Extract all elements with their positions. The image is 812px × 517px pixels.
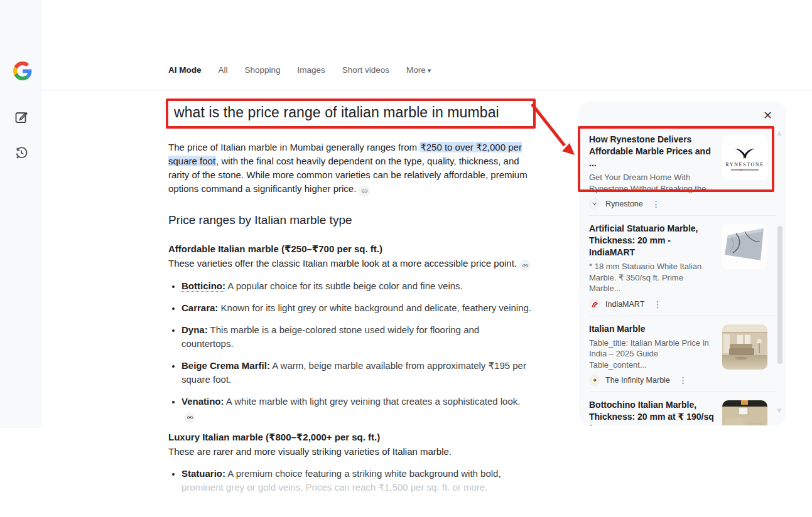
query-title: what is the price range of italian marbl… <box>166 99 536 129</box>
sidebar <box>0 0 42 428</box>
tab-more-label: More <box>406 65 426 75</box>
source-card-bottochino[interactable]: Bottochino Italian Marble, Thickness: 20… <box>579 392 786 425</box>
card-title: Italian Marble <box>589 323 715 335</box>
affordable-bullet-list: Botticino: A popular choice for its subt… <box>168 279 533 424</box>
list-item: Venatino: A white marble with light grey… <box>181 395 533 424</box>
citation-link-icon[interactable] <box>184 412 195 424</box>
thumbnail-brand-text: RYNESTONE <box>725 162 764 168</box>
card-title: Artificial Statuario Marble, Thickness: … <box>589 223 715 258</box>
intro-text-pre: The price of Italian marble in Mumbai ge… <box>168 142 420 152</box>
infinity-marble-favicon-icon <box>589 375 600 386</box>
scrollbar-thumb[interactable] <box>777 226 782 364</box>
source-cards-list: How Rynestone Delivers Affordable Marble… <box>579 127 786 425</box>
affordable-subheading: Affordable Italian marble (₹250–₹700 per… <box>168 243 536 255</box>
term-botticino[interactable]: Botticino: <box>181 280 225 292</box>
scroll-down-icon[interactable]: ▼ <box>776 407 783 414</box>
term-carrara: Carrara: <box>181 302 218 313</box>
scroll-up-icon[interactable]: ▲ <box>776 129 783 137</box>
thumbnail-tagline-bar <box>731 169 759 171</box>
section-heading: Price ranges by Italian marble type <box>168 213 536 227</box>
card-text: Artificial Statuario Marble, Thickness: … <box>589 223 715 310</box>
annotation-arrow <box>528 100 582 161</box>
sources-panel: ✕ How Rynestone Delivers Affordable Marb… <box>579 102 786 425</box>
tab-all[interactable]: All <box>219 65 228 75</box>
bullet-text: A premium choice featuring a striking wh… <box>227 468 501 479</box>
more-options-icon[interactable]: ⋮ <box>653 299 662 309</box>
source-card-rynestone[interactable]: How Rynestone Delivers Affordable Marble… <box>579 127 786 215</box>
results-tab-bar: AI Mode All Shopping Images Short videos… <box>168 65 431 75</box>
tabs-divider <box>42 90 812 90</box>
source-row: The Infinity Marble ⋮ <box>589 375 715 386</box>
list-item: Carrara: Known for its light grey or whi… <box>181 301 533 315</box>
intro-text-post: , with the final cost heavily dependent … <box>168 156 528 194</box>
term-statuario: Statuario: <box>181 468 225 479</box>
card-title: How Rynestone Delivers Affordable Marble… <box>589 134 715 169</box>
answer-intro-paragraph: The price of Italian marble in Mumbai ge… <box>168 141 536 197</box>
indiamart-favicon-icon <box>589 299 600 310</box>
google-logo-icon[interactable] <box>13 61 32 80</box>
new-chat-icon[interactable] <box>14 110 29 125</box>
tab-more[interactable]: More▾ <box>406 65 431 75</box>
more-options-icon[interactable]: ⋮ <box>652 199 661 209</box>
tab-images[interactable]: Images <box>298 65 325 75</box>
close-icon[interactable]: ✕ <box>763 110 772 121</box>
luxury-subtitle: These are rarer and more visually striki… <box>168 445 536 459</box>
card-thumbnail-marble-slab <box>722 224 767 269</box>
tab-short-videos[interactable]: Short videos <box>342 65 389 75</box>
term-dyna: Dyna: <box>181 324 208 335</box>
luxury-bullet-list: Statuario: A premium choice featuring a … <box>168 467 533 494</box>
card-description: Table_title: Italian Marble Price in Ind… <box>589 338 715 371</box>
citation-link-icon[interactable] <box>359 186 370 197</box>
card-thumbnail-beige-slab <box>722 400 767 425</box>
card-description: Get Your Dream Home With Rynestone Witho… <box>589 172 715 194</box>
list-item: Beige Crema Marfil: A warm, beige marble… <box>181 359 533 386</box>
source-name: Rynestone <box>605 200 643 208</box>
card-text: Italian Marble Table_title: Italian Marb… <box>589 323 715 386</box>
luxury-subheading: Luxury Italian marble (₹800–₹2,000+ per … <box>168 432 536 443</box>
faded-cutoff-text: prominent grey or gold veins. Prices can… <box>181 481 533 494</box>
list-item: Statuario: A premium choice featuring a … <box>181 467 533 494</box>
source-name: IndiaMART <box>605 300 644 309</box>
card-thumbnail-rynestone-logo: RYNESTONE <box>722 135 767 180</box>
source-row: Rynestone ⋮ <box>589 198 715 210</box>
history-icon[interactable] <box>14 145 29 160</box>
affordable-subtitle-text: These varieties offer the classic Italia… <box>168 258 517 269</box>
term-beige-crema-marfil: Beige Crema Marfil: <box>181 360 270 371</box>
source-card-statuario[interactable]: Artificial Statuario Marble, Thickness: … <box>579 216 786 316</box>
citation-link-icon[interactable] <box>519 260 531 271</box>
card-thumbnail-interior-room <box>722 324 767 370</box>
tab-shopping[interactable]: Shopping <box>245 65 281 75</box>
source-row: IndiaMART ⋮ <box>589 299 715 310</box>
card-description: * 18 mm Statuario White Italian Marble. … <box>589 261 715 294</box>
ai-answer-column: what is the price range of italian marbl… <box>166 99 536 503</box>
card-text: Bottochino Italian Marble, Thickness: 20… <box>589 399 715 425</box>
rynestone-favicon-icon <box>589 198 600 210</box>
list-item: Dyna: This marble is a beige-colored sto… <box>181 323 533 351</box>
source-card-italian-marble[interactable]: Italian Marble Table_title: Italian Marb… <box>579 316 786 392</box>
affordable-subtitle: These varieties offer the classic Italia… <box>168 257 536 272</box>
list-item: Botticino: A popular choice for its subt… <box>181 279 533 293</box>
bullet-text: A popular choice for its subtle beige co… <box>227 280 462 291</box>
source-name: The Infinity Marble <box>605 376 670 385</box>
term-venatino: Venatino: <box>181 396 224 407</box>
tab-ai-mode[interactable]: AI Mode <box>168 65 202 75</box>
more-options-icon[interactable]: ⋮ <box>679 375 688 385</box>
bullet-text: Known for its light grey or white backgr… <box>221 302 531 313</box>
card-text: How Rynestone Delivers Affordable Marble… <box>589 134 715 210</box>
bullet-text: A white marble with light grey veining t… <box>226 396 521 407</box>
card-title: Bottochino Italian Marble, Thickness: 20… <box>589 399 715 425</box>
bullet-text: This marble is a beige-colored stone use… <box>181 324 479 349</box>
chevron-down-icon: ▾ <box>428 67 431 74</box>
